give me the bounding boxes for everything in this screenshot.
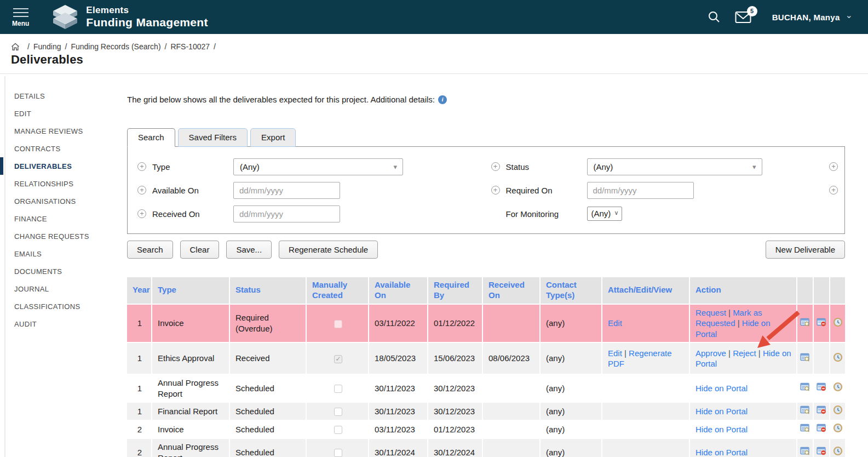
- view-details-icon[interactable]: [800, 382, 810, 392]
- required-on-date-input[interactable]: [587, 182, 694, 199]
- search-button[interactable]: Search: [127, 241, 173, 259]
- breadcrumb: / Funding / Funding Records (Search) / R…: [11, 42, 868, 51]
- table-row: 2 Annual Progress Report Scheduled 30/11…: [127, 438, 845, 457]
- sidebar-item-journal[interactable]: JOURNAL: [0, 280, 127, 298]
- view-details-icon[interactable]: [800, 446, 810, 456]
- manually-created-checkbox[interactable]: [334, 385, 342, 393]
- expand-received-on-filter-icon[interactable]: [137, 209, 146, 218]
- available-on-filter-label: Available On: [152, 186, 233, 195]
- view-details-icon[interactable]: [800, 352, 810, 362]
- remove-deliverable-icon[interactable]: [817, 382, 826, 392]
- sidebar-item-change-requests[interactable]: CHANGE REQUESTS: [0, 227, 127, 245]
- sidebar-item-emails[interactable]: EMAILS: [0, 245, 127, 262]
- brand-name: Elements: [86, 5, 208, 16]
- status-filter-dropdown[interactable]: (Any): [587, 158, 762, 175]
- manually-created-checkbox[interactable]: [334, 355, 342, 363]
- breadcrumb-funding[interactable]: Funding: [33, 42, 61, 51]
- col-header-required-by[interactable]: Required By: [428, 277, 482, 304]
- required-on-filter-label: Required On: [506, 186, 587, 195]
- col-header-manually-created[interactable]: Manually Created: [306, 277, 369, 304]
- approve-link[interactable]: Approve: [695, 349, 726, 358]
- col-header-status[interactable]: Status: [229, 277, 306, 304]
- remove-deliverable-icon[interactable]: [817, 446, 826, 456]
- view-details-icon[interactable]: [800, 423, 810, 433]
- remove-deliverable-icon[interactable]: [817, 317, 826, 327]
- view-details-icon[interactable]: [800, 317, 810, 327]
- sidebar-item-edit[interactable]: EDIT: [0, 105, 127, 122]
- hide-on-portal-link[interactable]: Hide on Portal: [695, 407, 748, 416]
- tab-saved-filters[interactable]: Saved Filters: [178, 128, 248, 147]
- col-header-type[interactable]: Type: [152, 277, 229, 304]
- sidebar-item-audit[interactable]: AUDIT: [0, 315, 127, 333]
- history-clock-icon[interactable]: [833, 352, 843, 362]
- col-header-attach-edit-view[interactable]: Attach/Edit/View: [602, 277, 689, 304]
- history-clock-icon[interactable]: [833, 423, 843, 433]
- new-deliverable-button[interactable]: New Deliverable: [766, 241, 845, 259]
- remove-deliverable-icon[interactable]: [817, 405, 826, 415]
- history-clock-icon[interactable]: [833, 317, 843, 327]
- manually-created-checkbox[interactable]: [334, 320, 342, 328]
- sidebar-item-contracts[interactable]: CONTRACTS: [0, 140, 127, 157]
- remove-deliverable-icon[interactable]: [817, 423, 826, 433]
- manually-created-checkbox[interactable]: [334, 426, 342, 434]
- tab-export[interactable]: Export: [250, 128, 296, 147]
- table-row: 1 Annual Progress Report Scheduled 30/11…: [127, 374, 845, 402]
- sidebar-item-details[interactable]: DETAILS: [0, 87, 127, 105]
- history-clock-icon[interactable]: [833, 446, 843, 456]
- hide-on-portal-link[interactable]: Hide on Portal: [695, 384, 748, 393]
- breadcrumb-record-id[interactable]: RFS-10027: [170, 42, 210, 51]
- sidebar-item-finance[interactable]: FINANCE: [0, 210, 127, 227]
- expand-type-filter-icon[interactable]: [137, 162, 146, 171]
- sidebar-item-relationships[interactable]: RELATIONSHIPS: [0, 175, 127, 192]
- tab-search[interactable]: Search: [127, 128, 175, 147]
- edit-link[interactable]: Edit: [608, 318, 622, 328]
- menu-button[interactable]: Menu: [12, 7, 29, 27]
- breadcrumb-bar: / Funding / Funding Records (Search) / R…: [0, 34, 868, 74]
- col-header-available-on[interactable]: Available On: [369, 277, 428, 304]
- manually-created-checkbox[interactable]: [334, 408, 342, 416]
- breadcrumb-funding-records[interactable]: Funding Records (Search): [71, 42, 160, 51]
- col-header-received-on[interactable]: Received On: [482, 277, 540, 304]
- sidebar-item-documents[interactable]: DOCUMENTS: [0, 262, 127, 280]
- sidebar-item-organisations[interactable]: ORGANISATIONS: [0, 192, 127, 210]
- page-title: Deliverables: [11, 53, 868, 67]
- col-header-year[interactable]: Year: [127, 277, 152, 304]
- hide-on-portal-link[interactable]: Hide on Portal: [695, 425, 748, 434]
- brand-logo[interactable]: Elements Funding Management: [52, 5, 208, 30]
- history-clock-icon[interactable]: [833, 405, 843, 415]
- search-icon[interactable]: [708, 10, 721, 24]
- intro-text: The grid below shows all the deliverable…: [127, 95, 435, 104]
- view-details-icon[interactable]: [800, 405, 810, 415]
- expand-status-filter-icon[interactable]: [491, 162, 500, 171]
- main-content: The grid below shows all the deliverable…: [127, 74, 868, 457]
- regenerate-schedule-button[interactable]: Regenerate Schedule: [279, 241, 378, 259]
- expand-available-on-filter-icon[interactable]: [137, 186, 146, 195]
- mail-icon[interactable]: 5: [735, 11, 751, 24]
- sidebar-item-deliverables[interactable]: DELIVERABLES: [0, 157, 127, 175]
- col-header-action[interactable]: Action: [689, 277, 797, 304]
- manually-created-checkbox[interactable]: [334, 449, 342, 457]
- add-filter-row-icon[interactable]: [829, 162, 838, 171]
- table-row: 1 Financial Report Scheduled 30/11/2023 …: [127, 402, 845, 420]
- clear-button[interactable]: Clear: [180, 241, 220, 259]
- available-on-date-input[interactable]: [233, 182, 340, 199]
- user-name: BUCHAN, Manya: [772, 13, 840, 22]
- expand-required-on-filter-icon[interactable]: [491, 186, 500, 195]
- add-filter-row-icon[interactable]: [829, 186, 838, 195]
- sidebar-item-classifications[interactable]: CLASSIFICATIONS: [0, 298, 127, 315]
- elements-cube-icon: [52, 5, 78, 30]
- reject-link[interactable]: Reject: [733, 349, 756, 358]
- col-header-contact-types[interactable]: Contact Type(s): [540, 277, 602, 304]
- for-monitoring-select[interactable]: (Any): [587, 207, 622, 221]
- sidebar-item-manage-reviews[interactable]: MANAGE REVIEWS: [0, 122, 127, 140]
- hide-on-portal-link[interactable]: Hide on Portal: [695, 448, 748, 457]
- history-clock-icon[interactable]: [833, 382, 843, 392]
- received-on-date-input[interactable]: [233, 205, 340, 222]
- info-icon[interactable]: [438, 95, 447, 104]
- save-button[interactable]: Save...: [226, 241, 272, 259]
- request-link[interactable]: Request: [695, 308, 726, 317]
- home-icon[interactable]: [11, 43, 20, 51]
- edit-link[interactable]: Edit: [608, 349, 622, 358]
- type-filter-dropdown[interactable]: (Any): [233, 158, 403, 175]
- user-menu[interactable]: BUCHAN, Manya: [772, 13, 853, 22]
